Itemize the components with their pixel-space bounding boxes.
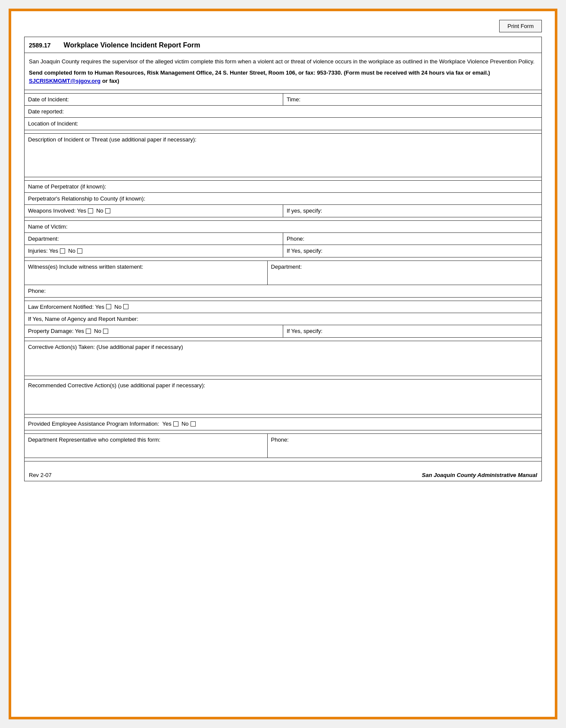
weapons-specify-cell: If yes, specify: xyxy=(283,205,541,217)
form-title-row: 2589.17 Workplace Violence Incident Repo… xyxy=(25,37,541,53)
injuries-row: Injuries: Yes No If Yes, specify: xyxy=(25,245,541,257)
description-label: Description of Incident or Threat (use a… xyxy=(28,136,197,143)
law-enforcement-row: Law Enforcement Notified: Yes No xyxy=(25,301,541,313)
weapons-no-label: No xyxy=(96,207,103,214)
form-title: Workplace Violence Incident Report Form xyxy=(64,41,200,49)
spacer-7 xyxy=(25,338,541,341)
intro-text2: Send completed form to Human Resources, … xyxy=(29,69,490,76)
employee-assistance-label: Provided Employee Assistance Program Inf… xyxy=(28,420,159,427)
location-cell: Location of Incident: xyxy=(25,118,541,130)
spacer-2 xyxy=(25,130,541,134)
print-button[interactable]: Print Form xyxy=(499,20,542,32)
form-container: 2589.17 Workplace Violence Incident Repo… xyxy=(24,37,542,481)
agency-report-cell: If Yes, Name of Agency and Report Number… xyxy=(25,313,541,325)
spacer-10 xyxy=(25,430,541,434)
date-of-incident-label: Date of Incident: xyxy=(28,96,69,103)
perpetrator-section: Name of Perpetrator (if known): Perpetra… xyxy=(25,181,541,217)
perpetrator-relationship-row: Perpetrator's Relationship to County (if… xyxy=(25,193,541,205)
spacer-6 xyxy=(25,298,541,301)
law-enforcement-cell: Law Enforcement Notified: Yes No xyxy=(25,301,541,313)
property-specify-label: If Yes, specify: xyxy=(287,328,322,334)
weapons-cell-left: Weapons Involved: Yes No xyxy=(25,205,283,217)
intro-text1: San Joaquin County requires the supervis… xyxy=(29,57,537,66)
dept-rep-phone-label: Phone: xyxy=(271,436,289,443)
spacer-9 xyxy=(25,414,541,418)
weapons-no-checkbox[interactable] xyxy=(105,208,110,213)
recommended-cell: Recommended Corrective Action(s) (use ad… xyxy=(25,380,541,414)
perpetrator-relationship-cell: Perpetrator's Relationship to County (if… xyxy=(25,193,541,204)
dept-rep-cell-left: Department Representative who completed … xyxy=(25,434,268,458)
law-enforcement-yes-checkbox[interactable] xyxy=(106,304,111,309)
spacer-1 xyxy=(25,90,541,94)
victim-dept-label: Department: xyxy=(28,235,59,242)
time-label: Time: xyxy=(287,96,300,103)
date-reported-cell: Date reported: xyxy=(25,106,541,117)
date-reported-label: Date reported: xyxy=(28,108,64,115)
weapons-specify-label: If yes, specify: xyxy=(287,207,322,214)
date-of-incident-cell: Date of Incident: xyxy=(25,94,283,105)
witness-phone-row: Phone: xyxy=(25,285,541,297)
injuries-yes-checkbox[interactable] xyxy=(60,248,65,254)
print-button-area: Print Form xyxy=(11,20,555,32)
employee-assistance-yes-checkbox[interactable] xyxy=(173,421,178,427)
witness-label: Witness(es) Include witness written stat… xyxy=(28,264,143,270)
employee-assistance-no-checkbox[interactable] xyxy=(191,421,196,427)
intro-email-label: SJCRISKMGMT@sjgov.org or fax) xyxy=(29,78,119,84)
law-enforcement-label: Law Enforcement Notified: Yes xyxy=(28,304,104,310)
spacer-4 xyxy=(25,217,541,221)
perpetrator-name-row: Name of Perpetrator (if known): xyxy=(25,181,541,193)
victim-name-cell: Name of Victim: xyxy=(25,221,541,232)
property-damage-no-label: No xyxy=(94,328,101,334)
property-damage-yes-checkbox[interactable] xyxy=(86,329,91,334)
description-cell: Description of Incident or Threat (use a… xyxy=(25,134,541,144)
injuries-no-label: No xyxy=(68,248,75,254)
form-number: 2589.17 xyxy=(29,42,51,49)
date-reported-row: Date reported: xyxy=(25,106,541,118)
description-row: Description of Incident or Threat (use a… xyxy=(25,134,541,177)
witness-cell-left: Witness(es) Include witness written stat… xyxy=(25,261,268,285)
spacer-8 xyxy=(25,376,541,380)
witness-phone-label: Phone: xyxy=(28,288,46,294)
witness-phone-cell: Phone: xyxy=(25,285,541,297)
recommended-row: Recommended Corrective Action(s) (use ad… xyxy=(25,380,541,414)
witness-dept-cell: Department: xyxy=(268,261,541,285)
property-damage-cell-left: Property Damage: Yes No xyxy=(25,325,283,337)
victim-dept-row: Department: Phone: xyxy=(25,233,541,245)
dept-rep-row: Department Representative who completed … xyxy=(25,434,541,458)
perpetrator-name-cell: Name of Perpetrator (if known): xyxy=(25,181,541,192)
property-specify-cell: If Yes, specify: xyxy=(283,325,541,337)
intro-email-link[interactable]: SJCRISKMGMT@sjgov.org xyxy=(29,78,100,84)
injuries-no-checkbox[interactable] xyxy=(77,248,82,254)
dept-rep-phone-cell: Phone: xyxy=(268,434,541,458)
witness-dept-label: Department: xyxy=(271,264,302,270)
date-time-row: Date of Incident: Time: xyxy=(25,94,541,106)
dept-rep-label: Department Representative who completed … xyxy=(28,436,160,443)
victim-phone-cell: Phone: xyxy=(283,233,541,245)
corrective-action-row: Corrective Action(s) Taken: (Use additio… xyxy=(25,341,541,376)
injuries-specify-label: If Yes, specify: xyxy=(287,248,322,254)
victim-section: Name of Victim: Department: Phone: Injur… xyxy=(25,221,541,257)
manual-label: San Joaquin County Administrative Manual xyxy=(422,472,538,478)
injuries-label: Injuries: Yes xyxy=(28,248,58,254)
intro-section: San Joaquin County requires the supervis… xyxy=(25,53,541,90)
corrective-action-section: Corrective Action(s) Taken: (Use additio… xyxy=(25,341,541,376)
location-row: Location of Incident: xyxy=(25,118,541,130)
law-enforcement-no-checkbox[interactable] xyxy=(123,304,128,309)
intro-bold-text: Send completed form to Human Resources, … xyxy=(29,69,537,85)
weapons-yes-checkbox[interactable] xyxy=(88,208,93,213)
law-enforcement-no-label: No xyxy=(114,304,122,310)
footer-row: Rev 2-07 San Joaquin County Administrati… xyxy=(25,466,541,481)
employee-assistance-no-label: No xyxy=(181,420,189,427)
dept-rep-section: Department Representative who completed … xyxy=(25,434,541,458)
injuries-specify-cell: If Yes, specify: xyxy=(283,245,541,257)
witness-row: Witness(es) Include witness written stat… xyxy=(25,261,541,285)
agency-report-row: If Yes, Name of Agency and Report Number… xyxy=(25,313,541,325)
agency-report-label: If Yes, Name of Agency and Report Number… xyxy=(28,316,138,322)
victim-phone-label: Phone: xyxy=(287,235,304,242)
spacer-11 xyxy=(25,458,541,461)
employee-assistance-row: Provided Employee Assistance Program Inf… xyxy=(25,418,541,430)
recommended-label: Recommended Corrective Action(s) (use ad… xyxy=(28,382,205,389)
property-damage-no-checkbox[interactable] xyxy=(103,329,108,334)
victim-name-row: Name of Victim: xyxy=(25,221,541,233)
corrective-action-label: Corrective Action(s) Taken: (Use additio… xyxy=(28,344,183,350)
